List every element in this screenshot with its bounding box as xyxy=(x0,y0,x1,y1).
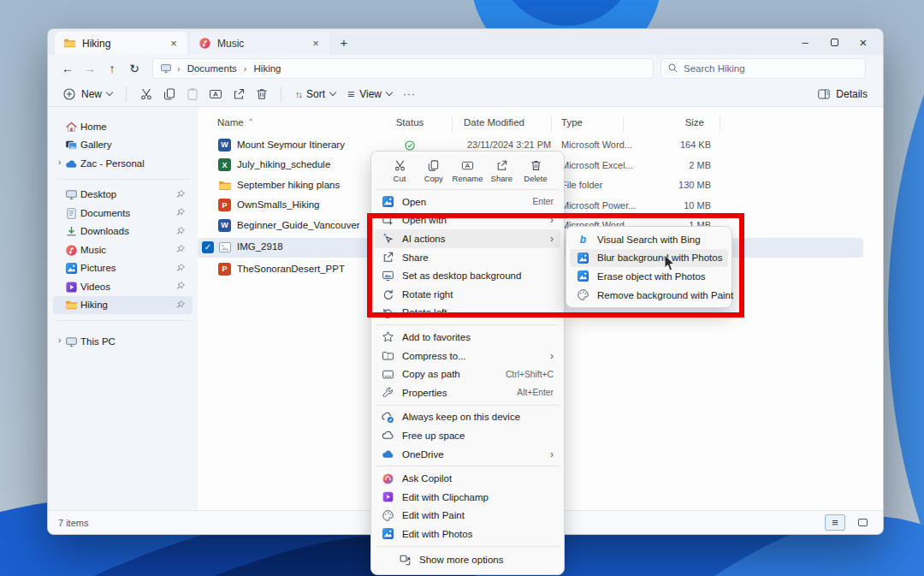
menu-label: Edit with Clipchamp xyxy=(402,492,554,502)
context-menu-item-onedrive[interactable]: OneDrive › xyxy=(375,445,560,464)
gallery-icon xyxy=(65,139,78,151)
menu-divider xyxy=(376,405,559,406)
back-button[interactable]: ← xyxy=(56,58,79,79)
rename-button[interactable]: Rename xyxy=(452,157,484,185)
close-button[interactable]: × xyxy=(849,29,878,55)
file-date: 23/11/2024 3:21 PM xyxy=(467,140,551,150)
sort-button[interactable]: ↑↓ Sort xyxy=(289,85,341,104)
column-divider[interactable] xyxy=(452,116,453,132)
context-menu-item-edit-with-clipchamp[interactable]: Edit with Clipchamp xyxy=(375,488,560,507)
context-menu-item-edit-with-photos[interactable]: Edit with Photos xyxy=(375,525,560,543)
breadcrumb-item-hiking[interactable]: Hiking xyxy=(252,62,283,74)
search-input[interactable] xyxy=(684,63,859,74)
context-menu-item-compress-to[interactable]: Compress to... › xyxy=(375,347,560,365)
tab-hiking[interactable]: Hiking × xyxy=(55,32,187,55)
toolbar-divider xyxy=(281,86,281,102)
close-tab-icon[interactable]: × xyxy=(167,37,181,50)
tab-music[interactable]: Music × xyxy=(190,32,329,55)
context-menu-item-add-to-favorites[interactable]: Add to favorites xyxy=(375,328,560,347)
new-tab-button[interactable]: + xyxy=(335,35,352,50)
menu-divider xyxy=(376,324,559,325)
sidebar-item-music[interactable]: Music xyxy=(53,240,192,259)
quick-action-label: Delete xyxy=(524,174,547,183)
up-button[interactable]: ↑ xyxy=(101,58,123,79)
pin-icon xyxy=(175,207,186,217)
cut-button[interactable]: Cut xyxy=(383,157,416,185)
column-divider[interactable] xyxy=(551,116,552,132)
toolbar-divider xyxy=(126,86,127,102)
share-button[interactable]: Share xyxy=(485,157,518,185)
column-header-status[interactable]: Status xyxy=(384,117,435,128)
more-options-button[interactable]: ··· xyxy=(398,84,421,104)
sidebar-item-documents[interactable]: Documents xyxy=(53,204,192,223)
annotation-highlight-box xyxy=(367,213,744,318)
delete-button[interactable] xyxy=(250,84,273,104)
sidebar-item-gallery[interactable]: Gallery xyxy=(53,136,192,155)
context-menu-item-copy-as-path[interactable]: Copy as path Ctrl+Shift+C xyxy=(375,365,560,383)
refresh-button[interactable]: ↻ xyxy=(123,58,145,79)
thumbnail-view-button[interactable] xyxy=(852,514,873,531)
folder-icon xyxy=(218,179,232,193)
minimize-button[interactable]: – xyxy=(791,29,820,55)
menu-label: Show more options xyxy=(419,555,554,565)
file-name: TheSonoranDesert_PPT xyxy=(237,264,345,274)
context-menu-item-ask-copilot[interactable]: Ask Copilot xyxy=(375,469,560,488)
menu-divider xyxy=(376,189,559,190)
star-icon xyxy=(382,330,394,343)
powerpoint-file-icon: P xyxy=(218,199,232,212)
forward-button[interactable]: → xyxy=(79,58,101,79)
context-menu-item-open[interactable]: Open Enter xyxy=(375,193,560,211)
column-divider[interactable] xyxy=(720,116,720,132)
computer-icon xyxy=(160,62,172,74)
context-menu-item-free-up-space[interactable]: Free up space xyxy=(375,426,560,445)
close-tab-icon[interactable]: × xyxy=(309,37,323,50)
file-name: Mount Seymour Itinerary xyxy=(237,140,345,150)
file-type: File folder xyxy=(561,180,602,190)
sidebar-item-videos[interactable]: Videos xyxy=(53,277,192,296)
sidebar-item-onedrive-personal[interactable]: › Zac - Personal xyxy=(53,154,192,173)
search-box[interactable] xyxy=(660,58,866,79)
column-header-date-modified[interactable]: Date Modified xyxy=(464,117,524,128)
chevron-right-icon: › xyxy=(550,448,554,460)
sidebar-item-downloads[interactable]: Downloads xyxy=(53,223,192,241)
maximize-button[interactable] xyxy=(820,29,849,55)
sync-status-icon xyxy=(404,140,416,151)
column-header-size[interactable]: Size xyxy=(619,117,704,128)
share-button[interactable] xyxy=(227,84,250,104)
new-button[interactable]: New xyxy=(56,84,118,104)
view-switcher: ≡ xyxy=(825,514,873,531)
menu-label: Edit with Photos xyxy=(402,529,554,539)
details-view-button[interactable]: ≡ xyxy=(825,514,845,531)
delete-button[interactable]: Delete xyxy=(519,157,552,185)
quick-action-label: Rename xyxy=(453,174,483,183)
desktop: Hiking × Music × + – × ← → ↑ ↻ › xyxy=(0,0,924,576)
context-menu-item-always-keep-on-device[interactable]: Always keep on this device xyxy=(375,408,560,427)
sidebar-item-pictures[interactable]: Pictures xyxy=(53,259,192,278)
sidebar-item-hiking[interactable]: Hiking xyxy=(53,296,192,315)
column-headers: Name⌃ Status Date Modified Type Size xyxy=(198,115,883,135)
column-divider[interactable] xyxy=(623,116,624,132)
checkbox-checked[interactable]: ✓ xyxy=(202,241,214,253)
context-menu-item-properties[interactable]: Properties Alt+Enter xyxy=(375,383,560,402)
view-button[interactable]: ≡ View xyxy=(341,84,398,104)
item-count: 7 items xyxy=(58,518,88,528)
breadcrumb-item-documents[interactable]: Documents xyxy=(186,62,239,74)
context-menu-item-show-more-options[interactable]: Show more options xyxy=(375,549,560,571)
file-name: Beginner_Guide_Vancouver xyxy=(237,220,360,230)
column-header-name[interactable]: Name⌃ xyxy=(217,117,253,128)
copilot-icon xyxy=(382,472,394,485)
sidebar-item-this-pc[interactable]: › This PC xyxy=(53,332,192,351)
copy-path-icon xyxy=(382,368,394,381)
context-menu-item-edit-with-paint[interactable]: Edit with Paint xyxy=(375,507,560,526)
sidebar-item-home[interactable]: Home xyxy=(53,117,192,136)
sidebar-item-desktop[interactable]: Desktop xyxy=(53,186,192,205)
copy-button[interactable] xyxy=(157,84,181,104)
copy-button[interactable]: Copy xyxy=(418,157,450,185)
details-pane-button[interactable]: Details xyxy=(810,84,874,104)
cut-button[interactable] xyxy=(134,84,157,104)
column-header-type[interactable]: Type xyxy=(561,117,583,128)
breadcrumb[interactable]: › Documents › Hiking xyxy=(152,58,654,79)
mouse-cursor xyxy=(664,254,676,272)
rename-button[interactable] xyxy=(204,84,227,104)
file-name: July_hiking_schedule xyxy=(237,159,330,169)
